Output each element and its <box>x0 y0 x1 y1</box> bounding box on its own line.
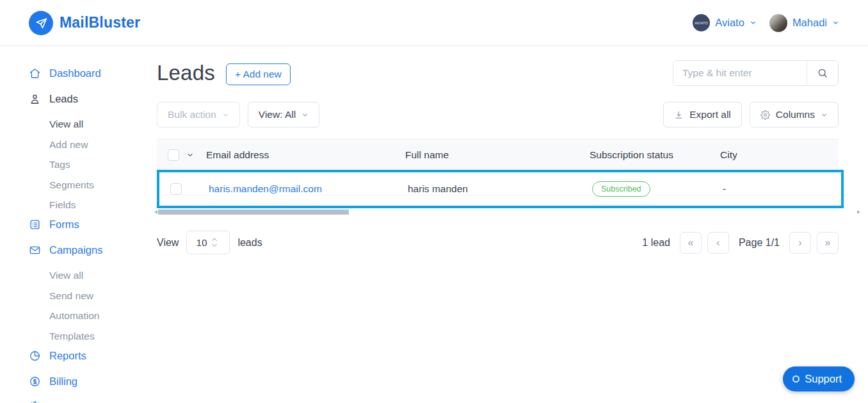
page-indicator: Page 1/1 <box>739 237 780 249</box>
navbar-right: AVIATO Aviato Mahadi <box>693 14 839 32</box>
leads-table: Email address Full name Subscription sta… <box>157 139 839 215</box>
gear-icon <box>760 110 770 120</box>
column-header-email[interactable]: Email address <box>206 149 405 161</box>
sidebar-label: Leads <box>49 93 78 105</box>
pagination: 1 lead « ‹ Page 1/1 › » <box>642 232 839 254</box>
row-checkbox[interactable] <box>170 183 182 195</box>
chevron-down-icon <box>301 111 309 119</box>
view-filter-button[interactable]: View: All <box>248 102 319 127</box>
bulk-action-label: Bulk action <box>168 109 216 120</box>
download-icon <box>674 110 684 120</box>
envelope-icon <box>29 244 41 256</box>
lead-email-link[interactable]: haris.manden@rmail.com <box>209 183 322 194</box>
sidebar: Dashboard Leads View all Add new Tags Se… <box>0 45 157 402</box>
sidebar-item-campaigns-view-all[interactable]: View all <box>29 270 157 281</box>
sidebar-item-leads-tags[interactable]: Tags <box>29 159 157 170</box>
table-row[interactable]: haris.manden@rmail.com haris manden Subs… <box>157 170 844 208</box>
support-label: Support <box>805 373 842 385</box>
sidebar-label: Dashboard <box>49 67 101 79</box>
scroll-right-arrow-icon[interactable] <box>857 210 860 214</box>
support-button[interactable]: Support <box>783 366 855 391</box>
account-avatar: AVIATO <box>693 14 710 31</box>
columns-button[interactable]: Columns <box>750 102 839 127</box>
sidebar-item-leads[interactable]: Leads <box>29 93 157 105</box>
sidebar-item-campaigns-templates[interactable]: Templates <box>29 331 157 342</box>
user-menu[interactable]: Mahadi <box>769 14 839 32</box>
sidebar-item-leads-view-all[interactable]: View all <box>29 119 157 130</box>
sidebar-item-dashboard[interactable]: Dashboard <box>29 67 157 79</box>
toolbar-right: Export all Columns <box>663 102 839 127</box>
person-icon <box>29 93 41 105</box>
page-header: Leads + Add new <box>157 60 839 86</box>
user-label: Mahadi <box>792 17 827 29</box>
columns-label: Columns <box>776 109 815 120</box>
search-input[interactable] <box>673 61 807 85</box>
row-select-cell <box>159 183 209 195</box>
table-header-row: Email address Full name Subscription sta… <box>157 139 839 170</box>
sidebar-label: Reports <box>49 350 86 362</box>
scroll-left-arrow-icon[interactable] <box>154 210 157 214</box>
chevron-down-icon <box>832 19 839 26</box>
scrollbar-thumb[interactable] <box>158 210 349 215</box>
view-filter-label: View: All <box>259 109 296 120</box>
export-all-button[interactable]: Export all <box>663 102 742 127</box>
sidebar-item-leads-fields[interactable]: Fields <box>29 199 157 211</box>
column-header-city[interactable]: City <box>720 149 839 161</box>
last-page-button[interactable]: » <box>817 232 839 254</box>
list-footer: View leads 1 lead « ‹ Page 1/1 › » <box>157 231 839 254</box>
sidebar-item-campaigns-send-new[interactable]: Send new <box>29 290 157 302</box>
next-page-button[interactable]: › <box>789 232 811 254</box>
subscription-status-badge: Subscribed <box>592 181 650 197</box>
home-icon <box>29 67 41 79</box>
stepper-arrows-icon[interactable] <box>211 238 218 247</box>
per-page-prefix-label: View <box>157 237 179 249</box>
export-all-label: Export all <box>689 109 731 120</box>
per-page-box <box>186 231 230 254</box>
brand[interactable]: MailBluster <box>29 11 140 35</box>
add-new-button[interactable]: + Add new <box>226 63 291 85</box>
per-page-input[interactable] <box>187 237 211 249</box>
toolbar: Bulk action View: All Export all <box>157 102 839 127</box>
per-page-suffix-label: leads <box>237 237 262 249</box>
pie-chart-icon <box>29 350 41 362</box>
select-all-chevron-icon[interactable] <box>186 151 194 159</box>
sidebar-item-forms[interactable]: Forms <box>29 218 157 231</box>
form-icon <box>29 218 41 231</box>
lead-full-name: haris manden <box>408 183 592 195</box>
mailbluster-logo-icon <box>29 11 53 35</box>
sidebar-item-reports[interactable]: Reports <box>29 350 157 362</box>
sidebar-item-campaigns[interactable]: Campaigns <box>29 244 157 256</box>
dollar-circle-icon <box>29 375 41 388</box>
sidebar-label: Settings <box>49 401 88 403</box>
lead-count-label: 1 lead <box>642 237 670 249</box>
sidebar-item-settings[interactable]: Settings <box>29 401 157 403</box>
search-button[interactable] <box>807 61 838 85</box>
sidebar-label: Campaigns <box>49 244 102 256</box>
main-content: Leads + Add new Bulk action View: All <box>157 45 868 402</box>
sidebar-label: Forms <box>49 218 79 231</box>
select-all-checkbox[interactable] <box>168 149 179 161</box>
sidebar-item-campaigns-automation[interactable]: Automation <box>29 310 157 322</box>
bulk-action-button[interactable]: Bulk action <box>157 102 240 127</box>
sidebar-item-leads-segments[interactable]: Segments <box>29 179 157 191</box>
sidebar-item-billing[interactable]: Billing <box>29 375 157 388</box>
sidebar-item-leads-add-new[interactable]: Add new <box>29 139 157 151</box>
horizontal-scrollbar[interactable] <box>157 210 860 215</box>
account-menu[interactable]: AVIATO Aviato <box>693 14 757 31</box>
column-header-subscription-status[interactable]: Subscription status <box>590 149 720 161</box>
previous-page-button[interactable]: ‹ <box>707 232 729 254</box>
page-title: Leads <box>157 61 215 85</box>
header-select-cell <box>157 149 206 161</box>
top-navbar: MailBluster AVIATO Aviato Mahadi <box>0 0 868 45</box>
first-page-button[interactable]: « <box>680 232 702 254</box>
sidebar-label: Billing <box>49 375 77 388</box>
lead-city: - <box>723 183 841 195</box>
chevron-down-icon <box>750 19 757 26</box>
chevron-down-icon <box>222 111 229 119</box>
gear-icon <box>29 401 41 403</box>
column-header-full-name[interactable]: Full name <box>405 149 590 161</box>
search-box <box>673 60 839 86</box>
brand-name: MailBluster <box>60 14 140 31</box>
account-label: Aviato <box>715 17 744 29</box>
ring-icon <box>792 375 800 382</box>
